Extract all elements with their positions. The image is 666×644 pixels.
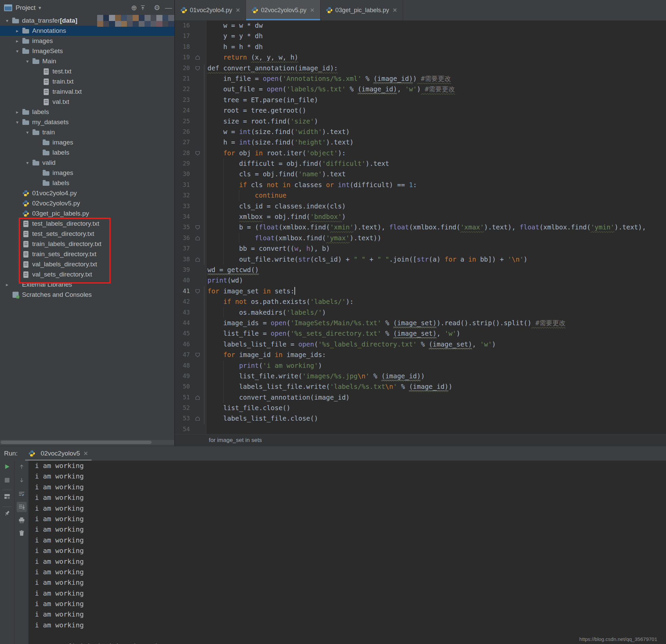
expand-arrow-icon[interactable]: ▸	[3, 282, 12, 287]
expand-arrow-icon[interactable]: ▾	[23, 58, 32, 64]
code-editor[interactable]: 16 w = w * dw17 y = y * dh18 h = h * dh1…	[175, 20, 666, 434]
fold-marker-icon[interactable]	[190, 286, 206, 296]
expand-arrow-icon[interactable]: ▸	[13, 38, 22, 43]
rerun-button[interactable]	[3, 463, 11, 471]
expand-arrow-icon[interactable]: ▾	[13, 48, 22, 54]
gutter[interactable]: 25	[175, 116, 207, 126]
gutter[interactable]: 38	[175, 254, 207, 265]
code-line-17[interactable]: 17 y = y * dh	[175, 31, 666, 41]
gutter[interactable]: 16	[175, 20, 207, 31]
gutter[interactable]: 19	[175, 52, 207, 63]
editor-tab-01voc2yolo4-py[interactable]: 01voc2yolo4.py✕	[175, 0, 246, 20]
fold-marker-icon[interactable]	[190, 148, 206, 158]
fold-marker-icon[interactable]	[190, 350, 206, 360]
next-occurrence-icon[interactable]	[18, 476, 26, 484]
code-line-39[interactable]: 39wd = getcwd()	[175, 265, 666, 275]
fold-marker-icon[interactable]	[190, 392, 206, 403]
gutter[interactable]: 53	[175, 413, 207, 424]
code-line-42[interactable]: 42 if not os.path.exists('labels/'):	[175, 296, 666, 307]
tree-item-train-sets-directory-txt[interactable]: train_sets_directory.txt	[0, 249, 174, 259]
run-console[interactable]: i am workingi am workingi am workingi am…	[29, 460, 666, 644]
code-line-45[interactable]: 45 list_file = open('%s_sets_directory.t…	[175, 328, 666, 339]
fold-marker-icon[interactable]	[190, 413, 206, 424]
fold-marker-icon[interactable]	[190, 63, 206, 73]
gutter[interactable]: 52	[175, 403, 207, 413]
print-icon[interactable]	[18, 516, 26, 524]
gutter[interactable]: 44	[175, 318, 207, 328]
tree-item-01voc2yolo4-py[interactable]: 01voc2yolo4.py	[0, 188, 174, 198]
code-line-21[interactable]: 21 in_file = open('Annotations/%s.xml' %…	[175, 73, 666, 84]
fold-marker-icon[interactable]	[190, 233, 206, 243]
tree-item-imagesets[interactable]: ▾ImageSets	[0, 46, 174, 56]
gutter[interactable]: 51	[175, 392, 207, 403]
tree-item-train-txt[interactable]: train.txt	[0, 76, 174, 87]
settings-gear-icon[interactable]: ⚙	[151, 4, 163, 12]
gutter[interactable]: 47	[175, 350, 207, 360]
tree-item-main[interactable]: ▾Main	[0, 56, 174, 66]
gutter[interactable]: 22	[175, 84, 207, 94]
prev-occurrence-icon[interactable]	[18, 463, 26, 471]
tree-item-images[interactable]: images	[0, 137, 174, 147]
tree-item-scratches-and-consoles[interactable]: Scratches and Consoles	[0, 290, 174, 300]
code-line-43[interactable]: 43 os.makedirs('labels/')	[175, 307, 666, 318]
code-line-24[interactable]: 24 root = tree.getroot()	[175, 105, 666, 116]
code-line-38[interactable]: 38 out_file.write(str(cls_id) + " " + " …	[175, 254, 666, 265]
gutter[interactable]: 49	[175, 371, 207, 381]
tree-item-data-transfer[interactable]: ▾data_transfer [data]	[0, 16, 174, 26]
tree-item-images[interactable]: ▸images	[0, 36, 174, 46]
scrollbar-thumb[interactable]	[1, 441, 152, 444]
tree-item-03get-pic-labels-py[interactable]: 03get_pic_labels.py	[0, 208, 174, 219]
project-horizontal-scrollbar[interactable]	[0, 440, 174, 445]
clear-console-icon[interactable]	[18, 529, 26, 537]
code-line-27[interactable]: 27 h = int(size.find('height').text)	[175, 137, 666, 147]
code-line-30[interactable]: 30 cls = obj.find('name').text	[175, 169, 666, 179]
fold-marker-icon[interactable]	[190, 254, 206, 265]
expand-arrow-icon[interactable]: ▾	[3, 18, 12, 23]
collapse-all-icon[interactable]	[140, 5, 151, 11]
tree-item-external-libraries[interactable]: ▸External Libraries	[0, 280, 174, 290]
gutter[interactable]: 46	[175, 339, 207, 350]
tree-item-val-txt[interactable]: val.txt	[0, 97, 174, 107]
code-line-23[interactable]: 23 tree = ET.parse(in_file)	[175, 95, 666, 105]
gutter[interactable]: 48	[175, 361, 207, 371]
gutter[interactable]: 33	[175, 201, 207, 211]
gutter[interactable]: 21	[175, 73, 207, 84]
code-line-33[interactable]: 33 cls_id = classes.index(cls)	[175, 201, 666, 211]
code-line-29[interactable]: 29 difficult = obj.find('difficult').tex…	[175, 158, 666, 169]
code-line-48[interactable]: 48 print('i am working')	[175, 361, 666, 371]
gutter[interactable]: 29	[175, 158, 207, 169]
gutter[interactable]: 18	[175, 41, 207, 52]
gutter[interactable]: 35	[175, 222, 207, 232]
gutter[interactable]: 36	[175, 233, 207, 243]
code-line-46[interactable]: 46 labels_list_file = open('%s_labels_di…	[175, 339, 666, 350]
code-line-25[interactable]: 25 size = root.find('size')	[175, 116, 666, 126]
gutter[interactable]: 26	[175, 126, 207, 137]
locate-icon[interactable]: ⊕	[128, 4, 140, 12]
restore-layout-icon[interactable]	[3, 492, 11, 501]
code-line-37[interactable]: 37 bb = convert((w, h), b)	[175, 243, 666, 254]
expand-arrow-icon[interactable]: ▸	[13, 109, 22, 115]
code-line-35[interactable]: 35 b = (float(xmlbox.find('xmin').text),…	[175, 222, 666, 232]
gutter[interactable]: 27	[175, 137, 207, 147]
tree-item-my-datasets[interactable]: ▾my_datasets	[0, 117, 174, 127]
code-line-52[interactable]: 52 list_file.close()	[175, 403, 666, 413]
code-line-20[interactable]: 20def convert_annotation(image_id):	[175, 63, 666, 73]
close-icon[interactable]: ✕	[83, 450, 88, 457]
gutter[interactable]: 20	[175, 63, 207, 73]
tree-item-test-sets-directory-txt[interactable]: test_sets_directory.txt	[0, 229, 174, 239]
chevron-down-icon[interactable]: ▼	[38, 5, 42, 11]
gutter[interactable]: 40	[175, 275, 207, 285]
gutter[interactable]: 24	[175, 105, 207, 116]
pin-icon[interactable]	[3, 509, 11, 518]
code-line-18[interactable]: 18 h = h * dh	[175, 41, 666, 52]
code-line-32[interactable]: 32 continue	[175, 190, 666, 201]
gutter[interactable]: 54	[175, 424, 207, 434]
gutter[interactable]: 45	[175, 328, 207, 339]
code-line-41[interactable]: 41for image_set in sets:	[175, 286, 666, 296]
expand-arrow-icon[interactable]: ▸	[13, 28, 22, 34]
stop-button[interactable]	[3, 476, 11, 484]
expand-arrow-icon[interactable]: ▾	[13, 120, 22, 125]
expand-arrow-icon[interactable]: ▾	[23, 160, 32, 166]
tree-item-val-sets-directory-txt[interactable]: val_sets_directory.txt	[0, 269, 174, 280]
tree-item-02voc2yolov5-py[interactable]: 02voc2yolov5.py	[0, 198, 174, 208]
